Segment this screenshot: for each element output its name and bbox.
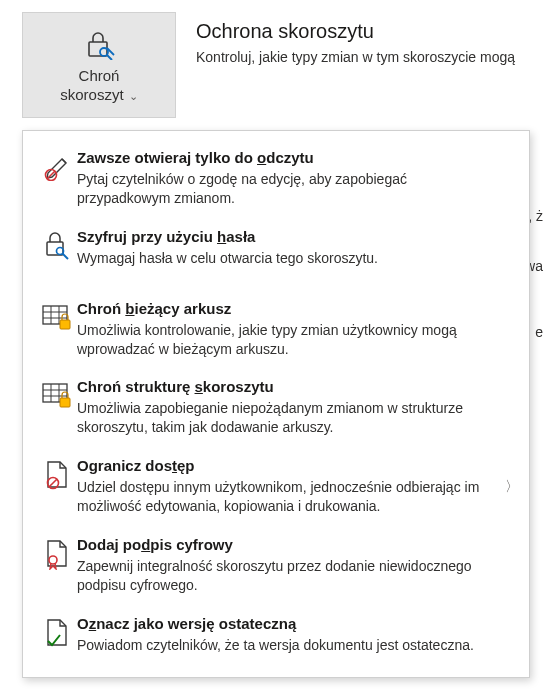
document-ribbon-icon (37, 536, 77, 570)
menu-item-title: Chroń strukturę skoroszytu (77, 378, 497, 395)
sheet-lock-icon (37, 378, 77, 410)
menu-item-desc: Pytaj czytelników o zgodę na edycję, aby… (77, 170, 497, 208)
menu-item-title: Zawsze otwieraj tylko do odczytu (77, 149, 497, 166)
menu-item-title: Oznacz jako wersję ostateczną (77, 615, 497, 632)
menu-item-desc: Wymagaj hasła w celu otwarcia tego skoro… (77, 249, 497, 268)
menu-item-title: Szyfruj przy użyciu hasła (77, 228, 497, 245)
svg-line-19 (49, 479, 57, 487)
svg-rect-17 (60, 398, 70, 407)
protect-workbook-dropdown: Zawsze otwieraj tylko do odczytu Pytaj c… (22, 130, 530, 678)
svg-rect-4 (47, 242, 63, 255)
menu-item-desc: Udziel dostępu innym użytkownikom, jedno… (77, 478, 497, 516)
svg-rect-0 (89, 42, 107, 56)
menu-item-desc: Powiadom czytelników, że ta wersja dokum… (77, 636, 497, 655)
lock-key-icon (37, 228, 77, 260)
menu-item-desc: Zapewnij integralność skoroszytu przez d… (77, 557, 497, 595)
menu-item-title: Ogranicz dostęp (77, 457, 497, 474)
svg-point-20 (49, 556, 57, 564)
background-text-fragment: e (535, 324, 545, 340)
background-text-fragment: , ż (528, 208, 545, 224)
chevron-right-icon: 〉 (505, 478, 519, 496)
header-row: Chroń skoroszyt ⌄ Ochrona skoroszytu Kon… (0, 0, 545, 118)
menu-item-restrict-access[interactable]: Ogranicz dostęp Udziel dostępu innym uży… (23, 447, 529, 526)
menu-item-title: Chroń bieżący arkusz (77, 300, 497, 317)
lock-key-icon (81, 25, 117, 65)
protect-workbook-label: Chroń skoroszyt ⌄ (60, 67, 137, 105)
header-block: Ochrona skoroszytu Kontroluj, jakie typy… (176, 12, 515, 65)
page-subtitle: Kontroluj, jakie typy zmian w tym skoros… (196, 49, 515, 65)
menu-item-protect-structure[interactable]: Chroń strukturę skoroszytu Umożliwia zap… (23, 368, 529, 447)
svg-rect-11 (60, 320, 70, 329)
document-prohibit-icon (37, 457, 77, 491)
menu-item-encrypt[interactable]: Szyfruj przy użyciu hasła Wymagaj hasła … (23, 218, 529, 278)
menu-item-protect-sheet[interactable]: Chroń bieżący arkusz Umożliwia kontrolow… (23, 290, 529, 369)
menu-item-title: Dodaj podpis cyfrowy (77, 536, 497, 553)
sheet-lock-icon (37, 300, 77, 332)
menu-item-digital-signature[interactable]: Dodaj podpis cyfrowy Zapewnij integralno… (23, 526, 529, 605)
page-title: Ochrona skoroszytu (196, 20, 515, 43)
protect-workbook-button[interactable]: Chroń skoroszyt ⌄ (22, 12, 176, 118)
menu-item-readonly[interactable]: Zawsze otwieraj tylko do odczytu Pytaj c… (23, 139, 529, 218)
chevron-down-icon: ⌄ (126, 90, 138, 102)
document-check-icon (37, 615, 77, 649)
menu-item-desc: Umożliwia zapobieganie niepożądanym zmia… (77, 399, 497, 437)
menu-item-mark-final[interactable]: Oznacz jako wersję ostateczną Powiadom c… (23, 605, 529, 665)
pencil-prohibit-icon (37, 149, 77, 181)
menu-item-desc: Umożliwia kontrolowanie, jakie typy zmia… (77, 321, 497, 359)
